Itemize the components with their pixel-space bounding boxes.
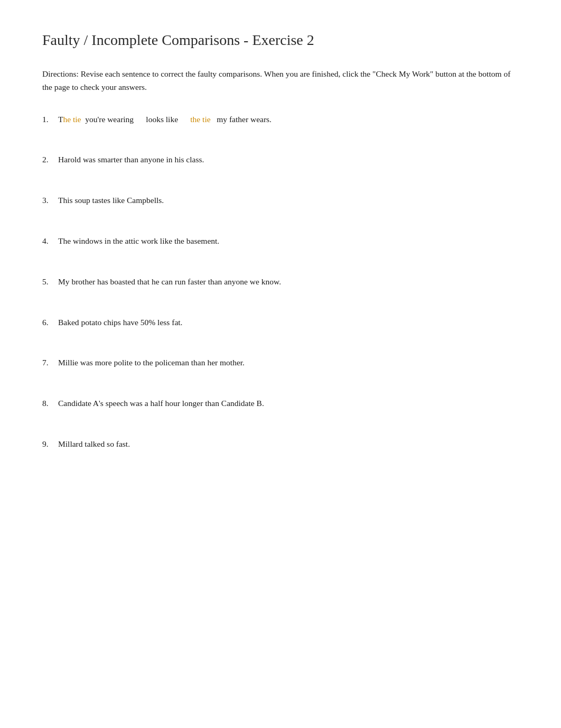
item-number-6: 6. — [42, 316, 58, 329]
item-text-4: The windows in the attic work like the b… — [58, 235, 519, 248]
item-text-7: Millie was more polite to the policeman … — [58, 356, 519, 370]
list-item: 5. My brother has boasted that he can ru… — [42, 275, 519, 289]
item-text-6: Baked potato chips have 50% less fat. — [58, 316, 519, 329]
item-number-8: 8. — [42, 397, 58, 410]
item-text-3: This soup tastes like Campbells. — [58, 194, 519, 207]
item-text-8: Candidate A's speech was a half hour lon… — [58, 397, 519, 410]
highlight-1a: he tie — [63, 115, 81, 124]
item-number-7: 7. — [42, 356, 58, 370]
item-number-2: 2. — [42, 153, 58, 167]
item-text-9: Millard talked so fast. — [58, 438, 519, 451]
item-number-3: 3. — [42, 194, 58, 207]
item-text-2: Harold was smarter than anyone in his cl… — [58, 153, 519, 167]
item-number-4: 4. — [42, 235, 58, 248]
item-text-5: My brother has boasted that he can run f… — [58, 275, 519, 289]
list-item: 1. The tie you're wearing looks like the… — [42, 113, 519, 126]
directions-text: Directions: Revise each sentence to corr… — [42, 68, 519, 94]
list-item: 7. Millie was more polite to the policem… — [42, 356, 519, 370]
list-item: 4. The windows in the attic work like th… — [42, 235, 519, 248]
list-item: 2. Harold was smarter than anyone in his… — [42, 153, 519, 167]
item-text-1: The tie you're wearing looks like the ti… — [58, 113, 519, 126]
item-number-5: 5. — [42, 275, 58, 289]
list-item: 9. Millard talked so fast. — [42, 438, 519, 451]
list-item: 6. Baked potato chips have 50% less fat. — [42, 316, 519, 329]
item-number-1: 1. — [42, 113, 58, 126]
exercise-list: 1. The tie you're wearing looks like the… — [42, 113, 519, 451]
page-title: Faulty / Incomplete Comparisons - Exerci… — [42, 32, 519, 49]
highlight-1b: the tie — [190, 115, 210, 124]
item-number-9: 9. — [42, 438, 58, 451]
list-item: 8. Candidate A's speech was a half hour … — [42, 397, 519, 410]
list-item: 3. This soup tastes like Campbells. — [42, 194, 519, 207]
